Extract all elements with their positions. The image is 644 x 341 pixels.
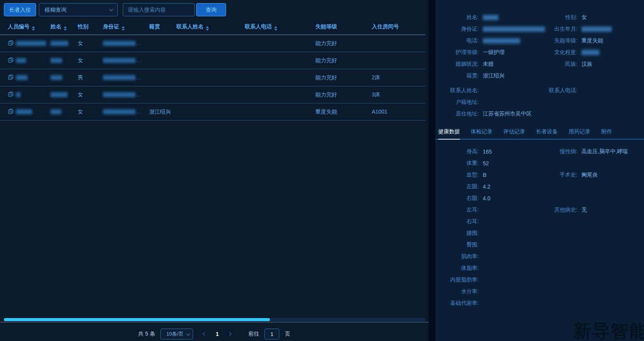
- table-row[interactable]: 女…浙江绍兴重度失能A1001: [0, 103, 425, 121]
- tab-评估记录[interactable]: 评估记录: [503, 125, 525, 139]
- goto-page-input[interactable]: [265, 329, 279, 339]
- column-header-name[interactable]: 姓名: [50, 23, 67, 31]
- cell-gender: 女: [78, 108, 83, 115]
- field-value: 汉族: [578, 61, 644, 68]
- tab-长者设备[interactable]: 长者设备: [536, 125, 558, 139]
- panel-divider: [428, 0, 435, 341]
- ellipsis-text: …: [136, 91, 142, 98]
- table-header: 人员编号姓名性别身份证籍贯联系人姓名联系人电话失能等级入住房间号: [0, 20, 425, 35]
- cell-text: 能力完好: [315, 91, 337, 98]
- sort-icon[interactable]: [64, 26, 67, 31]
- field-label: 慢性病:: [545, 148, 578, 155]
- redacted-value: [50, 109, 61, 114]
- column-header-contact_name[interactable]: 联系人姓名: [176, 23, 209, 31]
- field-label: 手术史:: [545, 171, 578, 178]
- table-row[interactable]: 女…能力完好: [0, 52, 425, 69]
- copy-icon[interactable]: [8, 41, 14, 47]
- field-value: 女: [578, 14, 644, 21]
- tab-附件[interactable]: 附件: [601, 125, 612, 139]
- info-row: 护理等级:一级护理文化程度:: [435, 47, 644, 58]
- field-label: 民族:: [545, 61, 578, 68]
- redacted-value: [50, 92, 68, 97]
- prev-page-icon[interactable]: [203, 332, 207, 336]
- column-header-native: 籍贯: [149, 23, 160, 30]
- cell-text: 能力完好: [315, 57, 337, 63]
- redacted-value: [50, 58, 62, 63]
- field-label: 臀围:: [435, 241, 479, 248]
- table-row[interactable]: 男…能力完好2床: [0, 69, 425, 86]
- checkin-button[interactable]: 长者入住: [4, 3, 36, 16]
- cell-gender: 女: [78, 57, 83, 64]
- field-label: 基础代谢率:: [435, 300, 479, 307]
- copy-icon[interactable]: [8, 75, 14, 81]
- query-button[interactable]: 查询: [196, 3, 226, 16]
- copy-icon[interactable]: [8, 58, 14, 64]
- pagination-total: 共 5 条: [138, 331, 155, 338]
- tab-健康数据[interactable]: 健康数据: [438, 125, 460, 139]
- field-value: 无: [578, 206, 644, 213]
- field-label: 性别:: [545, 14, 578, 21]
- tab-用药记录[interactable]: 用药记录: [569, 125, 590, 139]
- horizontal-scrollbar-thumb[interactable]: [4, 318, 270, 321]
- info-row: 电话:失能等级:重度失能: [435, 35, 644, 47]
- redacted-value: [103, 58, 136, 63]
- page-size-select[interactable]: 10条/页: [160, 329, 193, 339]
- health-row: 左耳:其他病史:无: [435, 204, 644, 216]
- field-value: [479, 14, 545, 21]
- elder-care-app: 长者入住 模糊查询 查询 人员编号姓名性别身份证籍贯联系人姓名联系人电话失能等级…: [0, 0, 644, 341]
- redacted-value: [581, 26, 612, 32]
- toolbar: 长者入住 模糊查询 查询: [0, 3, 428, 17]
- health-row: 体重:52: [435, 157, 644, 169]
- table-row[interactable]: …女…能力完好: [0, 35, 425, 52]
- cell-native: 浙江绍兴: [149, 108, 171, 115]
- table-row[interactable]: 女…能力完好3床: [0, 86, 425, 103]
- health-row: 体脂率:: [435, 262, 644, 274]
- tab-体检记录[interactable]: 体检记录: [471, 125, 493, 139]
- filter-mode-select[interactable]: 模糊查询: [39, 3, 118, 16]
- health-row: 水分率:: [435, 286, 644, 297]
- resident-list-panel: 长者入住 模糊查询 查询 人员编号姓名性别身份证籍贯联系人姓名联系人电话失能等级…: [0, 0, 428, 341]
- field-label: 电话:: [435, 37, 479, 44]
- sort-icon[interactable]: [32, 26, 35, 31]
- field-label: 婚姻状况:: [435, 61, 479, 68]
- page-size-value: 10条/页: [166, 331, 183, 337]
- cell-text: 2床: [372, 74, 380, 80]
- cell-level: 重度失能: [315, 108, 337, 115]
- search-input[interactable]: [123, 3, 195, 16]
- cell-text: 女: [78, 57, 83, 63]
- next-page-icon[interactable]: [228, 332, 232, 336]
- copy-icon[interactable]: [8, 109, 14, 115]
- field-label: 籍贯:: [435, 72, 479, 79]
- redacted-value: [16, 92, 21, 97]
- redacted-value: [103, 41, 136, 46]
- horizontal-scrollbar-track[interactable]: [4, 318, 425, 321]
- field-label: 内脏脂肪率:: [435, 276, 479, 283]
- current-page[interactable]: 1: [212, 331, 223, 337]
- field-value: 高血压,脑卒中,哮喘: [578, 148, 644, 155]
- pagination: 共 5 条 10条/页 1 前往 页: [0, 327, 428, 341]
- cell-room: 3床: [372, 91, 380, 98]
- cell-text: 女: [78, 91, 83, 98]
- column-header-id[interactable]: 人员编号: [8, 23, 35, 31]
- field-label: 右耳:: [435, 218, 479, 225]
- info-row: 婚姻状况:未婚民族:汉族: [435, 58, 644, 70]
- redacted-value: [50, 41, 68, 46]
- health-data-section: 身高:165慢性病:高血压,脑卒中,哮喘体重:52血型:B手术史:阑尾炎左眼:4…: [435, 140, 644, 309]
- health-row: 肌肉率:: [435, 251, 644, 262]
- field-label: 联系人姓名:: [435, 87, 479, 94]
- spacer: [435, 82, 644, 85]
- cell-level: 能力完好: [315, 57, 337, 64]
- health-row: 身高:165慢性病:高血压,脑卒中,哮喘: [435, 146, 644, 157]
- field-value: [479, 38, 545, 44]
- sort-icon[interactable]: [122, 26, 125, 31]
- copy-icon[interactable]: [8, 92, 14, 98]
- info-row: 居住地址:江苏省苏州市吴中区: [435, 108, 644, 120]
- column-header-contact_phone[interactable]: 联系人电话: [245, 23, 277, 31]
- column-header-idcard[interactable]: 身份证: [103, 23, 125, 31]
- field-value: 52: [479, 160, 545, 166]
- health-row: 腰围:: [435, 227, 644, 239]
- sort-icon[interactable]: [274, 26, 277, 31]
- sort-icon[interactable]: [206, 26, 209, 31]
- field-value: [479, 26, 545, 32]
- field-value: 重度失能: [578, 37, 644, 44]
